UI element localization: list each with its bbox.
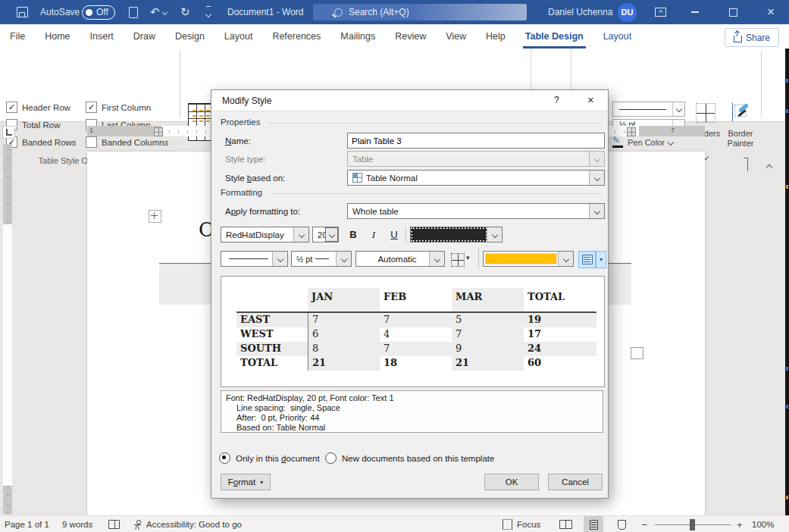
format-button[interactable]: Format ▾ (221, 474, 271, 490)
style-based-on-combo[interactable]: Table Normal (347, 170, 605, 186)
zoom-level[interactable]: 100% (752, 516, 774, 532)
undo-button[interactable]: ↶ (150, 0, 167, 24)
tab-table-design[interactable]: Table Design (515, 24, 593, 49)
radio-only-in-this-document[interactable]: Only in this document (219, 452, 320, 464)
align-left-icon (582, 255, 593, 264)
dialog-close-icon[interactable]: × (587, 93, 594, 106)
font-size-combo[interactable]: 20 (312, 227, 339, 243)
ok-button[interactable]: OK (484, 474, 539, 490)
tab-view[interactable]: View (436, 24, 476, 49)
ruler-number-right: 7 (671, 127, 675, 134)
radio-selected-icon (219, 452, 230, 464)
focus-icon (503, 519, 512, 530)
zoom-out-button[interactable]: − (641, 516, 647, 532)
preview-row-west: WEST 6 4 7 17 (236, 327, 596, 342)
checkbox-banded-rows[interactable]: ✓Banded Rows (6, 136, 77, 148)
style-type-label: Style type: (225, 155, 266, 164)
bold-button[interactable]: B (345, 227, 362, 243)
tab-table-layout[interactable]: Layout (593, 24, 642, 49)
web-layout-button[interactable] (612, 516, 631, 532)
border-weight-combo[interactable]: ½ pt (291, 251, 352, 267)
vertical-ruler[interactable] (3, 144, 12, 514)
fill-color-combo[interactable] (483, 251, 574, 267)
accessibility-status[interactable]: Accessibility: Good to go (133, 516, 242, 532)
underline-button[interactable]: U (386, 227, 402, 243)
tab-design[interactable]: Design (165, 24, 214, 49)
style-description: Font: RedHatDisplay, 20 pt, Font color: … (221, 390, 603, 433)
new-document-icon[interactable] (129, 0, 138, 24)
accessibility-icon (133, 520, 142, 530)
read-mode-button[interactable] (556, 516, 575, 532)
alignment-dropdown-icon[interactable]: ▾ (596, 251, 606, 268)
redo-button[interactable]: ↻ (180, 0, 190, 24)
tab-mailings[interactable]: Mailings (330, 24, 385, 49)
borders-grid-icon (451, 253, 465, 267)
font-family-combo[interactable]: RedHatDisplay (221, 227, 309, 243)
user-name[interactable]: Daniel Uchenna (548, 0, 612, 24)
tab-home[interactable]: Home (35, 24, 80, 49)
checkbox-first-column[interactable]: ✓First Column (86, 102, 151, 113)
tab-stop-selector[interactable] (2, 126, 15, 139)
status-bar: Page 1 of 1 9 words Accessibility: Good … (0, 515, 789, 532)
style-name-input[interactable] (347, 133, 605, 149)
tab-review[interactable]: Review (385, 24, 436, 49)
avatar[interactable]: DU (618, 0, 637, 24)
minimize-button[interactable] (690, 0, 700, 24)
tab-insert[interactable]: Insert (80, 24, 124, 49)
border-line-style-combo[interactable] (221, 251, 288, 267)
border-color-combo[interactable]: Automatic (355, 251, 445, 267)
search-icon (334, 8, 343, 17)
search-box[interactable]: Search (Alt+Q) (313, 4, 527, 20)
dialog-help-button[interactable]: ? (554, 95, 559, 105)
focus-mode-button[interactable]: Focus (503, 516, 540, 532)
proofing-icon[interactable] (108, 516, 120, 532)
word-count[interactable]: 9 words (62, 516, 92, 532)
save-icon[interactable] (17, 0, 28, 24)
italic-button[interactable]: I (365, 227, 382, 243)
zoom-slider-handle[interactable] (690, 519, 695, 530)
border-painter-button[interactable]: Border Painter (723, 103, 758, 121)
checkbox-header-row[interactable]: ✓Header Row (6, 102, 70, 113)
checkbox-banded-columns[interactable]: Banded Columns (86, 136, 168, 148)
pen-color-button[interactable]: ✎ Pen Color (612, 136, 673, 148)
ruler-table-column-marker-left[interactable] (154, 127, 163, 136)
pen-line-style-combo[interactable] (612, 102, 685, 117)
ribbon-display-options-icon[interactable] (655, 0, 666, 24)
tab-file[interactable]: File (0, 24, 35, 49)
collapse-ribbon-icon[interactable] (767, 159, 772, 173)
alignment-button[interactable] (578, 251, 596, 268)
style-type-combo: Table (347, 151, 605, 167)
dialog-title-bar[interactable]: Modify Style ? × (211, 90, 608, 111)
tab-draw[interactable]: Draw (124, 24, 165, 49)
ruler-table-column-marker-right[interactable] (627, 127, 636, 136)
quick-access-toolbar-menu-icon[interactable] (206, 0, 211, 24)
page-indicator[interactable]: Page 1 of 1 (5, 516, 49, 532)
desktop-edge-strip (785, 49, 789, 515)
tab-layout[interactable]: Layout (214, 24, 263, 49)
preview-row-east: EAST 7 7 5 19 (236, 313, 596, 327)
apply-formatting-label: Apply formatting to: (225, 207, 300, 216)
borders-dialog-launcher-icon[interactable] (747, 158, 748, 171)
cancel-button[interactable]: Cancel (548, 474, 603, 490)
tab-help[interactable]: Help (476, 24, 515, 49)
autosave-toggle[interactable]: Off (82, 0, 115, 24)
apply-formatting-combo[interactable]: Whole table (347, 203, 605, 219)
font-color-combo[interactable] (410, 227, 503, 243)
zoom-slider[interactable] (655, 516, 731, 532)
font-color-swatch (411, 227, 487, 242)
close-button[interactable]: × (766, 0, 776, 24)
search-placeholder: Search (Alt+Q) (349, 7, 409, 17)
maximize-button[interactable] (728, 0, 738, 24)
document-object-square[interactable] (631, 347, 643, 359)
tab-references[interactable]: References (262, 24, 330, 49)
preview-row-total: TOTAL 21 18 21 60 (236, 356, 596, 371)
borders-grid-button[interactable] (449, 251, 466, 268)
table-move-handle-icon[interactable] (149, 210, 161, 223)
toggle-knob-icon (86, 9, 92, 16)
radio-new-documents-template[interactable]: New documents based on this template (325, 452, 494, 464)
borders-grid-dropdown-icon[interactable]: ▾ (466, 254, 470, 261)
share-button[interactable]: Share (725, 28, 779, 47)
section-formatting: Formatting (221, 188, 268, 197)
zoom-in-button[interactable]: + (737, 516, 743, 532)
print-layout-button[interactable] (584, 516, 603, 532)
